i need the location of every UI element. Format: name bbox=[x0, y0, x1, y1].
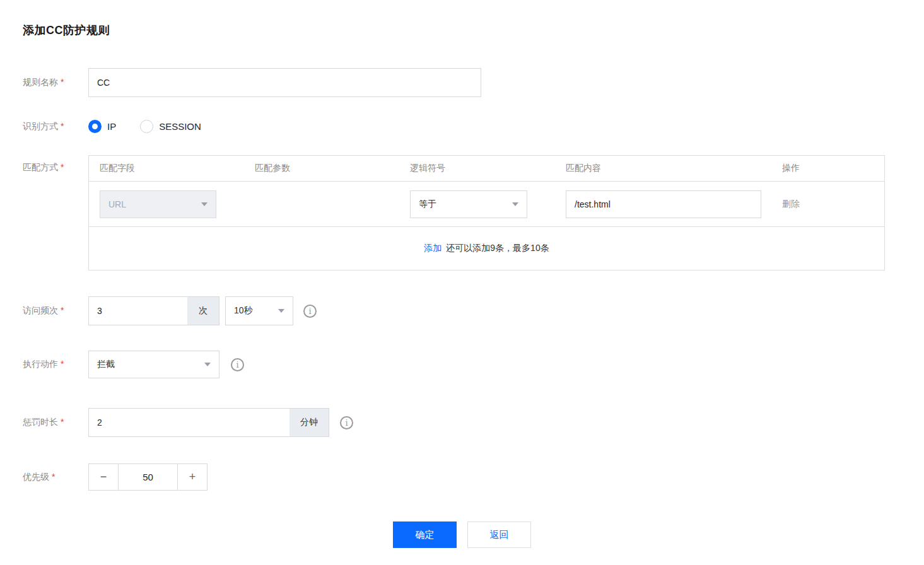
match-field-select[interactable]: URL bbox=[100, 190, 216, 218]
frequency-input-group: 次 bbox=[88, 296, 219, 325]
frequency-info-icon[interactable]: i bbox=[303, 305, 317, 318]
punish-info-icon[interactable]: i bbox=[340, 416, 353, 429]
footer-buttons: 确定 返回 bbox=[0, 521, 924, 548]
priority-stepper: − + bbox=[88, 463, 208, 491]
required-asterisk: * bbox=[61, 305, 64, 315]
action-select[interactable]: 拦截 bbox=[88, 351, 219, 378]
punish-row: 惩罚时长* 分钟 i bbox=[0, 408, 924, 437]
radio-ip-label: IP bbox=[107, 121, 116, 132]
match-field-value: URL bbox=[108, 199, 126, 209]
rule-name-row: 规则名称* bbox=[0, 68, 924, 97]
radio-selected-icon bbox=[88, 120, 102, 133]
add-row-hint: 还可以添加9条，最多10条 bbox=[446, 243, 549, 254]
chevron-down-icon bbox=[201, 202, 208, 206]
frequency-period-select[interactable]: 10秒 bbox=[225, 296, 293, 325]
match-table-footer: 添加 还可以添加9条，最多10条 bbox=[89, 227, 884, 270]
match-row: 匹配方式* 匹配字段 匹配参数 逻辑符号 匹配内容 操作 URL bbox=[0, 155, 924, 271]
header-match-field: 匹配字段 bbox=[89, 163, 255, 174]
delete-row-link[interactable]: 删除 bbox=[782, 199, 800, 209]
radio-session-label: SESSION bbox=[159, 121, 201, 132]
punish-unit-suffix: 分钟 bbox=[289, 409, 329, 436]
rule-name-input[interactable] bbox=[88, 68, 481, 97]
chevron-down-icon bbox=[204, 363, 211, 366]
page-title: 添加CC防护规则 bbox=[0, 0, 924, 38]
action-row: 执行动作* 拦截 i bbox=[0, 351, 924, 378]
logic-symbol-select[interactable]: 等于 bbox=[410, 190, 527, 218]
header-logic-symbol: 逻辑符号 bbox=[410, 163, 566, 174]
add-cc-rule-page: 添加CC防护规则 规则名称* 识别方式* IP SESSION 匹配方式* 匹配… bbox=[0, 0, 924, 565]
radio-session[interactable]: SESSION bbox=[140, 120, 201, 133]
required-asterisk: * bbox=[61, 121, 64, 131]
match-label: 匹配方式* bbox=[23, 155, 88, 173]
required-asterisk: * bbox=[61, 162, 64, 172]
required-asterisk: * bbox=[61, 417, 64, 427]
identify-label: 识别方式* bbox=[23, 121, 88, 132]
frequency-unit-suffix: 次 bbox=[187, 297, 219, 325]
increment-button[interactable]: + bbox=[177, 464, 207, 490]
punish-duration-input[interactable] bbox=[89, 409, 289, 436]
frequency-label: 访问频次* bbox=[23, 305, 88, 317]
priority-label: 优先级* bbox=[23, 472, 88, 483]
frequency-row: 访问频次* 次 10秒 i bbox=[0, 296, 924, 325]
radio-ip[interactable]: IP bbox=[88, 120, 116, 133]
logic-symbol-value: 等于 bbox=[419, 199, 436, 210]
match-table: 匹配字段 匹配参数 逻辑符号 匹配内容 操作 URL 等于 bbox=[88, 155, 885, 271]
punish-input-group: 分钟 bbox=[88, 408, 329, 437]
identify-row: 识别方式* IP SESSION bbox=[0, 120, 924, 133]
required-asterisk: * bbox=[61, 77, 64, 87]
header-match-content: 匹配内容 bbox=[566, 163, 782, 174]
frequency-input[interactable] bbox=[89, 297, 187, 325]
chevron-down-icon bbox=[512, 202, 518, 206]
rule-name-label: 规则名称* bbox=[23, 77, 88, 88]
back-button[interactable]: 返回 bbox=[467, 521, 531, 548]
action-value: 拦截 bbox=[97, 359, 115, 370]
priority-row: 优先级* − + bbox=[0, 463, 924, 491]
decrement-button[interactable]: − bbox=[89, 464, 119, 490]
add-row-link[interactable]: 添加 bbox=[424, 243, 442, 254]
radio-unselected-icon bbox=[140, 120, 153, 133]
confirm-button[interactable]: 确定 bbox=[393, 521, 457, 548]
punish-label: 惩罚时长* bbox=[23, 417, 88, 428]
action-label: 执行动作* bbox=[23, 359, 88, 370]
match-table-header: 匹配字段 匹配参数 逻辑符号 匹配内容 操作 bbox=[89, 156, 884, 182]
header-operation: 操作 bbox=[782, 163, 884, 174]
action-info-icon[interactable]: i bbox=[231, 358, 244, 371]
required-asterisk: * bbox=[61, 359, 64, 369]
required-asterisk: * bbox=[52, 472, 55, 482]
frequency-period-value: 10秒 bbox=[234, 305, 253, 317]
priority-input[interactable] bbox=[119, 464, 177, 490]
match-content-input[interactable] bbox=[566, 190, 761, 218]
match-table-row: URL 等于 删除 bbox=[89, 182, 884, 227]
header-match-param: 匹配参数 bbox=[255, 163, 410, 174]
chevron-down-icon bbox=[278, 309, 284, 313]
